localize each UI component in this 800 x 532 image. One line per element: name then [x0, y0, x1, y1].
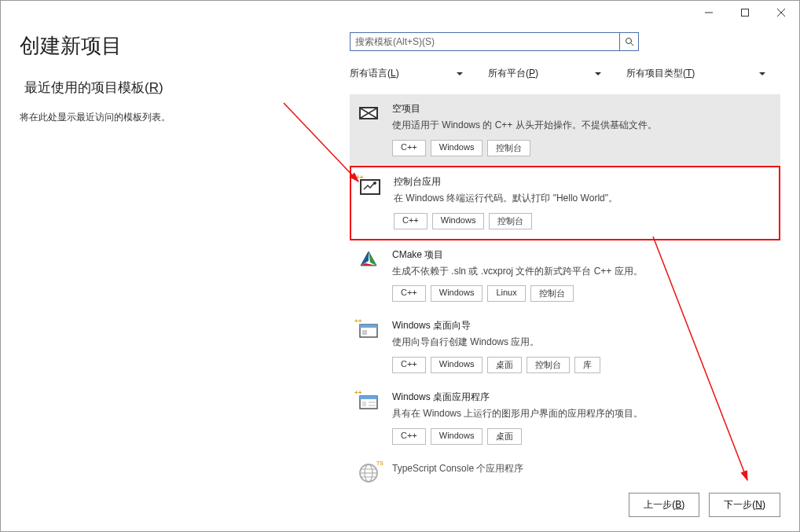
template-title: CMake 项目: [392, 248, 774, 262]
tag: C++: [392, 357, 426, 373]
chevron-down-icon: [457, 72, 463, 75]
empty-project-icon: [356, 102, 381, 127]
tag: Linux: [487, 285, 525, 302]
tag: 库: [574, 357, 600, 373]
recent-templates-heading: 最近使用的项目模板(R): [24, 79, 334, 97]
template-desc: 在 Windows 终端运行代码。默认打印 "Hello World"。: [394, 192, 772, 205]
tag: 控制台: [527, 357, 570, 373]
back-button[interactable]: 上一步(B): [629, 493, 699, 517]
template-list: 空项目 使用适用于 Windows 的 C++ 从头开始操作。不提供基础文件。 …: [350, 94, 780, 497]
svg-rect-11: [360, 325, 377, 328]
filter-project-type[interactable]: 所有项目类型(T): [626, 67, 765, 80]
desktop-app-icon: ++: [356, 391, 381, 416]
tag: Windows: [431, 428, 483, 445]
tag: 控制台: [530, 285, 574, 302]
recent-empty-text: 将在此处显示最近访问的模板列表。: [20, 111, 334, 124]
search-button[interactable]: [619, 33, 638, 50]
tag: C++: [392, 140, 426, 156]
svg-rect-1: [742, 9, 749, 17]
template-empty-project[interactable]: 空项目 使用适用于 Windows 的 C++ 从头开始操作。不提供基础文件。 …: [350, 94, 780, 166]
tag: 控制台: [487, 140, 530, 156]
tag: 控制台: [489, 213, 532, 229]
minimize-button[interactable]: [691, 1, 727, 24]
template-title: 控制台应用: [394, 175, 772, 189]
tag: 桌面: [487, 357, 522, 373]
filter-platform[interactable]: 所有平台(P): [488, 67, 626, 80]
svg-point-9: [373, 182, 376, 185]
template-console-app[interactable]: ++ 控制台应用 在 Windows 终端运行代码。默认打印 "Hello Wo…: [350, 166, 780, 240]
next-button[interactable]: 下一步(N): [709, 493, 780, 517]
typescript-console-icon: TS: [356, 462, 381, 487]
console-app-icon: ++: [358, 175, 383, 200]
tag: C++: [394, 213, 428, 229]
tag: C++: [392, 428, 426, 445]
template-desktop-wizard[interactable]: ++ Windows 桌面向导 使用向导自行创建 Windows 应用。 C++…: [350, 311, 780, 383]
titlebar: [1, 1, 799, 24]
template-desc: 生成不依赖于 .sln 或 .vcxproj 文件的新式跨平台 C++ 应用。: [392, 265, 774, 278]
tag: Windows: [431, 285, 483, 302]
tag: Windows: [432, 213, 485, 229]
template-desc: 使用适用于 Windows 的 C++ 从头开始操作。不提供基础文件。: [392, 119, 774, 132]
template-cmake[interactable]: CMake 项目 生成不依赖于 .sln 或 .vcxproj 文件的新式跨平台…: [350, 240, 780, 312]
close-button[interactable]: [763, 1, 799, 24]
svg-rect-15: [362, 402, 366, 406]
svg-rect-16: [369, 402, 376, 403]
template-title: TypeScript Console 个应用程序: [392, 462, 774, 475]
template-title: Windows 桌面应用程序: [392, 391, 774, 404]
search-input[interactable]: [350, 33, 619, 50]
svg-rect-14: [360, 396, 377, 399]
tag: C++: [392, 285, 426, 302]
chevron-down-icon: [759, 72, 765, 75]
svg-line-5: [631, 43, 633, 46]
desktop-wizard-icon: ++: [356, 319, 381, 344]
chevron-down-icon: [595, 72, 601, 75]
template-typescript-console[interactable]: TS TypeScript Console 个应用程序: [350, 454, 780, 497]
template-title: Windows 桌面向导: [392, 319, 774, 332]
tag: Windows: [431, 357, 483, 373]
svg-rect-12: [362, 330, 367, 335]
template-desc: 具有在 Windows 上运行的图形用户界面的应用程序的项目。: [392, 407, 774, 420]
search-box: [350, 32, 639, 51]
template-desktop-app[interactable]: ++ Windows 桌面应用程序 具有在 Windows 上运行的图形用户界面…: [350, 383, 780, 454]
template-title: 空项目: [392, 102, 774, 116]
tag: 桌面: [487, 428, 522, 445]
svg-rect-17: [369, 405, 376, 406]
page-title: 创建新项目: [20, 32, 334, 60]
svg-point-4: [626, 39, 631, 44]
maximize-button[interactable]: [727, 1, 763, 24]
filter-language[interactable]: 所有语言(L): [350, 67, 488, 80]
cmake-icon: [356, 248, 381, 273]
template-desc: 使用向导自行创建 Windows 应用。: [392, 336, 774, 349]
tag: Windows: [431, 140, 483, 156]
